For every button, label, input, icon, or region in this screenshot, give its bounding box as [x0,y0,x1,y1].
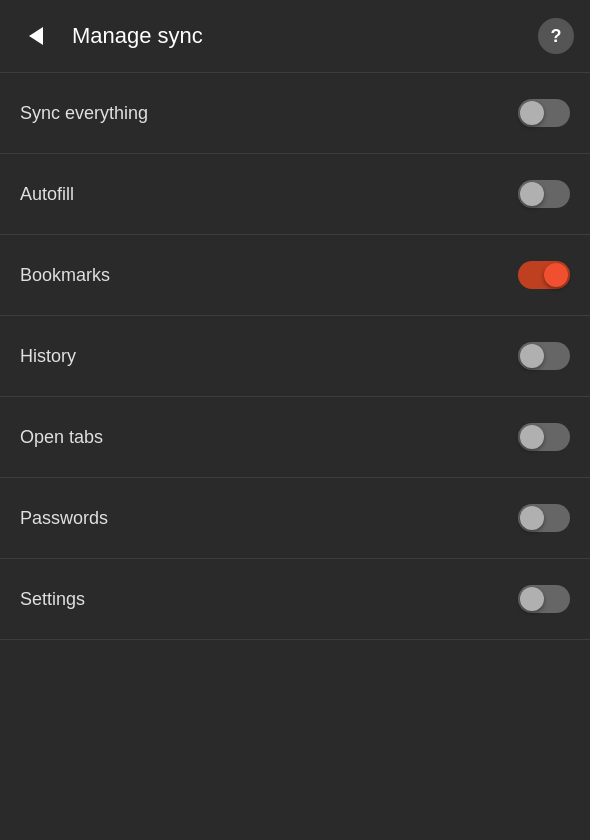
list-item[interactable]: Passwords [0,478,590,558]
settings-list: Sync everything Autofill Bookmarks Histo… [0,73,590,640]
help-icon: ? [551,26,562,47]
toggle-thumb [520,101,544,125]
list-item[interactable]: Settings [0,559,590,639]
history-toggle[interactable] [518,342,570,370]
item-label: Open tabs [20,427,103,448]
page-title: Manage sync [72,23,203,49]
back-button[interactable] [16,16,56,56]
toggle-thumb [544,263,568,287]
passwords-toggle[interactable] [518,504,570,532]
header: Manage sync ? [0,0,590,72]
settings-toggle[interactable] [518,585,570,613]
list-item[interactable]: Open tabs [0,397,590,477]
list-item[interactable]: History [0,316,590,396]
sync-everything-toggle[interactable] [518,99,570,127]
toggle-thumb [520,182,544,206]
back-arrow-icon [29,27,43,45]
list-item[interactable]: Bookmarks [0,235,590,315]
item-label: Autofill [20,184,74,205]
item-label: Passwords [20,508,108,529]
list-item[interactable]: Autofill [0,154,590,234]
list-item[interactable]: Sync everything [0,73,590,153]
bookmarks-toggle[interactable] [518,261,570,289]
autofill-toggle[interactable] [518,180,570,208]
toggle-thumb [520,587,544,611]
list-divider [0,639,590,640]
item-label: History [20,346,76,367]
toggle-thumb [520,506,544,530]
item-label: Bookmarks [20,265,110,286]
help-button[interactable]: ? [538,18,574,54]
item-label: Sync everything [20,103,148,124]
toggle-thumb [520,425,544,449]
toggle-thumb [520,344,544,368]
open-tabs-toggle[interactable] [518,423,570,451]
header-left: Manage sync [16,16,203,56]
item-label: Settings [20,589,85,610]
